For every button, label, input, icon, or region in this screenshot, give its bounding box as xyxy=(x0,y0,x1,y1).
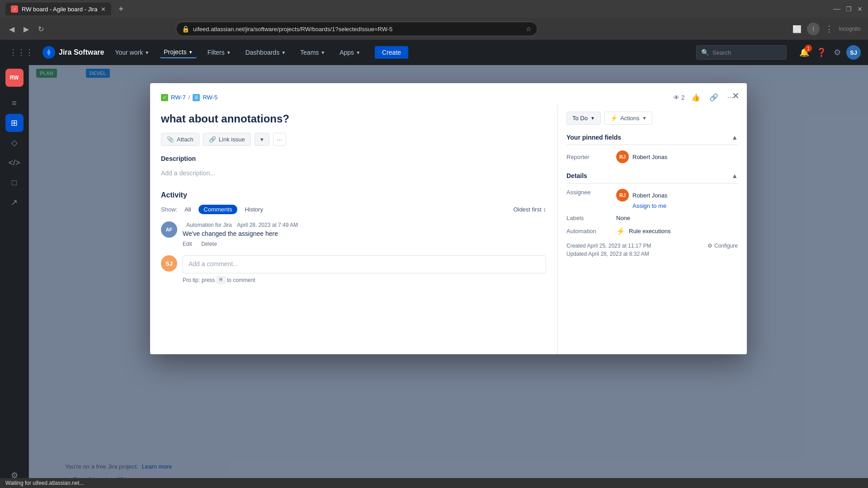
delete-comment-button[interactable]: Delete xyxy=(201,240,217,248)
project-icon[interactable]: RW xyxy=(5,69,24,87)
jira-logo-icon xyxy=(42,46,55,59)
nav-icons: 🔔 1 ❓ ⚙ SJ xyxy=(797,45,861,60)
sidebar-icon-link[interactable]: ↗ xyxy=(5,193,24,211)
url-text: uifeed.atlassian.net/jira/software/proje… xyxy=(193,26,522,33)
labels-value: None xyxy=(616,215,630,221)
comment-actions: Edit · Delete · xyxy=(183,240,546,248)
sidebar-icon-code[interactable]: </> xyxy=(5,154,24,172)
show-label: Show: xyxy=(161,206,177,213)
filter-history-button[interactable]: History xyxy=(241,205,266,214)
new-tab-button[interactable]: + xyxy=(115,3,127,16)
reporter-avatar: RJ xyxy=(616,150,629,163)
current-issue-link[interactable]: RW-5 xyxy=(203,94,217,101)
status-text: Waiting for uifeed.atlassian.net... xyxy=(5,480,84,486)
minimize-button[interactable]: — xyxy=(833,5,840,13)
created-label: Created xyxy=(566,243,586,249)
edit-comment-button[interactable]: Edit xyxy=(183,240,192,248)
lightning-icon: ⚡ xyxy=(616,227,625,235)
description-field[interactable]: Add a description... xyxy=(161,166,546,180)
link-issue-button[interactable]: 🔗 Link issue xyxy=(203,133,251,146)
more-toolbar-button[interactable]: ··· xyxy=(273,133,286,146)
sort-icon: ↕ xyxy=(543,206,547,213)
notifications-button[interactable]: 🔔 1 xyxy=(797,46,811,59)
nav-projects[interactable]: Projects ▼ xyxy=(160,47,196,58)
profile-button[interactable]: I xyxy=(807,23,820,35)
add-comment-section: SJ Add a comment... xyxy=(161,255,546,273)
comment-timestamp: April 28, 2023 at 7:49 AM xyxy=(237,222,298,228)
assign-to-me-link[interactable]: Assign to me xyxy=(632,202,667,209)
address-bar[interactable]: 🔒 uifeed.atlassian.net/jira/software/pro… xyxy=(176,22,538,36)
forward-button[interactable]: ▶ xyxy=(22,23,31,35)
jira-logo[interactable]: Jira Software xyxy=(42,46,104,59)
restore-button[interactable]: ❐ xyxy=(846,5,852,13)
status-button[interactable]: To Do ▼ xyxy=(566,112,601,125)
nav-your-work[interactable]: Your work ▼ xyxy=(111,47,153,58)
watchers-number: 2 xyxy=(681,94,685,101)
jira-nav: ⋮⋮⋮ Jira Software Your work ▼ Projects ▼… xyxy=(0,40,868,65)
created-value: April 25, 2023 at 11:17 PM xyxy=(587,243,651,249)
details-header: Details ▲ xyxy=(566,172,738,183)
close-button[interactable]: ✕ xyxy=(857,5,863,13)
comment-dot: · xyxy=(221,240,222,248)
browser-window: J RW board - Agile board - Jira ✕ + — ❐ … xyxy=(0,0,868,488)
reporter-field-row: Reporter RJ Robert Jonas xyxy=(566,150,738,163)
nav-dashboards[interactable]: Dashboards ▼ xyxy=(242,47,289,58)
assignee-name: Robert Jonas xyxy=(632,192,667,199)
details-section: Details ▲ Assignee RJ xyxy=(566,172,738,257)
user-avatar-button[interactable]: SJ xyxy=(846,45,861,60)
help-button[interactable]: ❓ xyxy=(815,46,828,59)
nav-teams[interactable]: Teams ▼ xyxy=(297,47,329,58)
like-button[interactable]: 👍 xyxy=(689,90,703,104)
automation-text: Rule executions xyxy=(629,228,671,235)
current-issue-type-icon: ☰ xyxy=(193,94,200,101)
actions-button[interactable]: ⚡ Actions ▼ xyxy=(604,112,653,125)
waffle-menu-button[interactable]: ⋮⋮⋮ xyxy=(7,46,35,59)
back-button[interactable]: ◀ xyxy=(7,23,16,35)
nav-apps[interactable]: Apps ▼ xyxy=(336,47,364,58)
share-button[interactable]: 🔗 xyxy=(707,90,721,104)
star-icon[interactable]: ☆ xyxy=(526,25,532,33)
search-bar[interactable]: 🔍 Search xyxy=(696,45,787,60)
assignee-value-container: RJ Robert Jonas Assign to me xyxy=(616,189,667,209)
issue-metadata: ⚙ Configure Created April 25, 2023 at 11… xyxy=(566,243,738,257)
sidebar-icon-page[interactable]: □ xyxy=(5,174,24,192)
browser-titlebar: J RW board - Agile board - Jira ✕ + — ❐ … xyxy=(0,0,868,18)
browser-tab-active[interactable]: J RW board - Agile board - Jira ✕ xyxy=(5,3,111,15)
sidebar-icon-board[interactable]: ⊞ xyxy=(5,114,24,132)
sidebar-icon-menu[interactable]: ≡ xyxy=(5,94,24,112)
status-label: To Do xyxy=(572,115,588,122)
sidebar-icon-diamond[interactable]: ◇ xyxy=(5,134,24,152)
reload-button[interactable]: ↻ xyxy=(36,23,46,35)
nav-filters[interactable]: Filters ▼ xyxy=(204,47,235,58)
sort-button[interactable]: Oldest first ↕ xyxy=(513,206,546,213)
updated-row: Updated April 28, 2023 at 8:32 AM xyxy=(566,251,738,257)
attach-button[interactable]: 📎 Attach xyxy=(161,133,199,146)
comment-text: We've changed the assignee here xyxy=(183,230,546,237)
comment-item: AF Automation for Jira April 28, 2023 at… xyxy=(161,221,546,248)
filter-comments-button[interactable]: Comments xyxy=(198,205,238,214)
comment-input-field[interactable]: Add a comment... xyxy=(183,255,546,273)
configure-button[interactable]: ⚙ Configure xyxy=(708,243,738,249)
pinned-fields-toggle[interactable]: ▲ xyxy=(731,134,738,141)
incognito-label: Incognito xyxy=(839,26,861,32)
comment-author: Automation for Jira xyxy=(186,222,232,228)
chevron-down-icon: ▼ xyxy=(226,50,231,55)
status-chevron-icon: ▼ xyxy=(590,116,595,121)
create-button[interactable]: Create xyxy=(375,46,408,59)
details-toggle[interactable]: ▲ xyxy=(731,172,738,179)
modal-header: ✓ RW-7 / ☰ RW-5 👁 2 xyxy=(150,83,747,104)
parent-issue-link[interactable]: RW-7 xyxy=(171,94,186,101)
jira-logo-text: Jira Software xyxy=(59,48,104,56)
tab-favicon: J xyxy=(11,5,18,13)
filter-all-button[interactable]: All xyxy=(181,205,194,214)
assignee-avatar: RJ xyxy=(616,189,629,202)
modal-close-button[interactable]: ✕ xyxy=(732,90,740,101)
assignee-label: Assignee xyxy=(566,189,616,196)
tab-close-button[interactable]: ✕ xyxy=(101,6,106,13)
updated-label: Updated xyxy=(566,251,587,257)
menu-button[interactable]: ⋮ xyxy=(825,24,833,34)
dropdown-button[interactable]: ▾ xyxy=(255,133,269,146)
current-user-avatar: SJ xyxy=(161,255,177,272)
settings-button[interactable]: ⚙ xyxy=(832,46,843,59)
extensions-button[interactable]: ⬜ xyxy=(793,25,802,33)
